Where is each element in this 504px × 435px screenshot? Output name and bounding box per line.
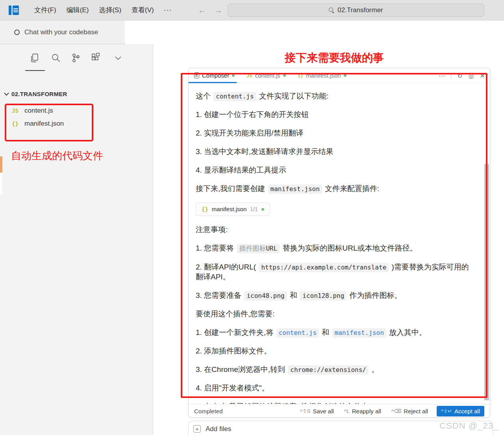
tabbar-toolbar: ⋯ ↻ ◎ ✕ — [439, 68, 485, 83]
search-value: 02.Transformer — [337, 6, 383, 14]
explorer-panel: 02.TRANSFORMER JScontent.js{}manifest.js… — [0, 44, 153, 435]
chat-label: Chat with your codebase — [24, 28, 98, 36]
app-logo-icon — [9, 6, 19, 15]
paragraph: 3. 您需要准备 icon48.png 和 icon128.png 作为插件图标… — [196, 290, 472, 300]
tree-header-02-transformer[interactable]: 02.TRANSFORMER — [5, 91, 67, 97]
chat-with-codebase-item[interactable]: Chat with your codebase — [0, 20, 125, 44]
code-link[interactable]: content.js — [276, 328, 319, 338]
paragraph: 3. 当选中文本时,发送翻译请求并显示结果 — [196, 147, 472, 156]
menu-item[interactable]: 编辑(E) — [61, 3, 94, 17]
status-text: Completed — [194, 408, 223, 415]
forward-icon[interactable]: → — [210, 5, 226, 16]
code-span: 插件图标URL — [237, 244, 280, 253]
tab-label: Composer — [202, 72, 229, 79]
record-icon[interactable]: ◎ — [469, 72, 474, 80]
extensions-icon[interactable] — [89, 51, 102, 65]
composer-tabbar: ComposerJScontent.js{}manifest.json ⋯ ↻ … — [189, 68, 490, 83]
paragraph: 1. 创建一个新文件夹,将 content.js 和 manifest.json… — [196, 327, 472, 337]
action-label: Save all — [313, 408, 334, 415]
action-label: Reapply all — [352, 408, 381, 415]
search-icon — [329, 7, 334, 13]
code-link[interactable]: manifest.json — [332, 328, 386, 338]
refresh-icon[interactable]: ↻ — [457, 72, 462, 80]
composer-icon — [194, 72, 199, 78]
files-annotation-box — [5, 104, 93, 141]
reapply-all-button[interactable]: ^LReapply all — [344, 408, 381, 415]
menu-item[interactable]: 选择(S) — [94, 3, 126, 17]
reject-all-button[interactable]: ^⌫Reject all — [391, 408, 428, 415]
titlebar: 文件(F)编辑(E)选择(S)查看(V) ··· ← → 02.Transfor… — [0, 0, 504, 20]
composer-footer: Completed ^⇧SSave all^LReapply all^⌫Reje… — [189, 404, 490, 418]
modified-dot-icon — [344, 74, 346, 77]
paragraph: 接下来,我们需要创建 manifest.json 文件来配置插件: — [196, 184, 472, 193]
add-files-label: Add files — [206, 425, 231, 433]
json-file-icon: {} — [202, 206, 208, 213]
tab-label: content.js — [255, 72, 280, 79]
tab-content-js[interactable]: JScontent.js — [246, 72, 286, 79]
paragraph: 1. 创建一个位于右下角的开关按钮 — [196, 110, 472, 119]
overview-white-strip — [0, 173, 2, 195]
paragraph: 2. 添加插件图标文件。 — [196, 346, 472, 356]
code-span: icon48.png — [244, 291, 287, 301]
source-control-icon[interactable] — [69, 51, 83, 65]
paragraph: 4. 显示翻译结果的工具提示 — [196, 165, 472, 175]
tab-composer[interactable]: Composer — [194, 72, 235, 79]
json-file-icon: {} — [298, 73, 303, 78]
shortcut-hint: ^⌫ — [391, 408, 401, 414]
sidebar-icon-row — [0, 48, 153, 69]
code-span: manifest.json — [268, 184, 322, 194]
plus-icon: + — [193, 425, 201, 433]
file-chip-row: {}manifest.json1/1 — [196, 202, 472, 225]
save-all-button[interactable]: ^⇧SSave all — [300, 408, 334, 415]
tab-label: manifest.json — [306, 72, 341, 79]
menu-item[interactable]: 查看(V) — [126, 3, 159, 17]
paragraph: 4. 启用"开发者模式"。 — [196, 383, 472, 393]
explorer-active-underline — [25, 70, 45, 71]
chevron-down-icon[interactable] — [111, 51, 125, 65]
code-span: content.js — [213, 92, 256, 101]
code-span: icon128.png — [300, 291, 346, 301]
js-file-icon: JS — [246, 73, 252, 78]
file-chip-count: 1/1 — [250, 206, 258, 213]
accept-all-button[interactable]: ^⇧↵ Accept all — [437, 406, 484, 416]
menu-more-button[interactable]: ··· — [159, 4, 177, 17]
accept-label: Accept all — [454, 408, 480, 415]
footer-actions: ^⇧SSave all^LReapply all^⌫Reject all — [300, 408, 428, 415]
sidebar-annotation-text: 自动生成的代码文件 — [11, 149, 103, 163]
watermark: CSDN @_23_ — [439, 421, 498, 431]
modified-dot-icon — [283, 74, 286, 77]
composer-panel: ComposerJScontent.js{}manifest.json ⋯ ↻ … — [188, 68, 490, 418]
paragraph: 3. 在Chrome浏览器中,转到 chrome://extensions/ 。 — [196, 364, 472, 374]
paragraph: 注意事项: — [196, 225, 472, 234]
search-sidebar-icon[interactable] — [49, 51, 63, 65]
paragraph: 要使用这个插件,您需要: — [196, 309, 472, 319]
green-dot-icon — [261, 208, 264, 211]
back-icon[interactable]: ← — [194, 5, 210, 16]
paragraph: 这个 content.js 文件实现了以下功能: — [196, 91, 472, 101]
composer-content: 这个 content.js 文件实现了以下功能:1. 创建一个位于右下角的开关按… — [189, 84, 491, 404]
explorer-icon[interactable] — [28, 51, 41, 65]
shortcut-hint: ^L — [344, 408, 350, 414]
scrollbar-thumb[interactable] — [484, 164, 489, 400]
file-chip[interactable]: {}manifest.json1/1 — [196, 203, 270, 216]
close-icon[interactable]: ✕ — [480, 72, 485, 80]
menu-bar: 文件(F)编辑(E)选择(S)查看(V) — [29, 3, 159, 17]
action-label: Reject all — [404, 408, 428, 415]
code-gray-part: 插件图标 — [239, 245, 266, 252]
modified-dot-icon — [232, 74, 235, 77]
code-span: chrome://extensions/ — [288, 365, 369, 375]
menu-item[interactable]: 文件(F) — [29, 3, 61, 17]
shortcut-hint: ^⇧S — [300, 408, 311, 414]
toolbar-separator — [451, 72, 451, 79]
chat-circle-icon — [14, 30, 20, 35]
tab-manifest-json[interactable]: {}manifest.json — [298, 72, 346, 79]
command-search-input[interactable]: 02.Transformer — [228, 4, 484, 17]
tree-chevron-icon — [4, 91, 9, 96]
paragraph: 1. 您需要将 插件图标URL 替换为实际的图标URL或本地文件路径。 — [196, 243, 472, 253]
main-annotation-title: 接下来需要我做的事 — [285, 50, 384, 65]
file-chip-name: manifest.json — [212, 205, 246, 213]
overview-orange-strip — [0, 156, 2, 173]
active-tab-underline — [189, 82, 237, 83]
paragraph: 2. 翻译API的URL( https://api.example.com/tr… — [196, 262, 472, 282]
more-icon[interactable]: ⋯ — [439, 72, 445, 80]
